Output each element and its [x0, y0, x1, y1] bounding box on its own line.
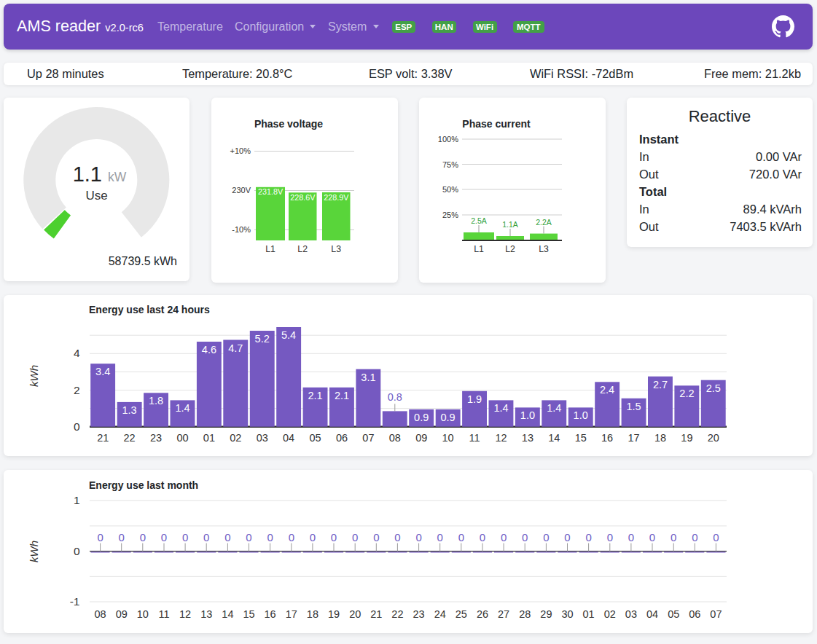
svg-text:1.5: 1.5 — [626, 401, 641, 412]
svg-text:08: 08 — [389, 432, 401, 444]
svg-text:11: 11 — [158, 608, 169, 620]
svg-text:3.4: 3.4 — [95, 366, 110, 377]
svg-text:21: 21 — [97, 432, 109, 444]
svg-text:2.7: 2.7 — [653, 379, 668, 390]
svg-text:L1: L1 — [474, 244, 484, 254]
svg-text:26: 26 — [477, 608, 488, 620]
svg-text:1.4: 1.4 — [175, 402, 189, 414]
svg-text:4: 4 — [74, 347, 80, 359]
svg-text:50%: 50% — [442, 185, 458, 194]
svg-text:230V: 230V — [232, 186, 251, 195]
svg-text:24: 24 — [434, 608, 446, 620]
svg-text:11: 11 — [469, 432, 480, 444]
svg-text:5.4: 5.4 — [281, 329, 296, 341]
svg-text:0: 0 — [585, 531, 591, 543]
svg-text:17: 17 — [628, 432, 639, 444]
svg-text:0: 0 — [74, 545, 80, 557]
svg-text:2.4: 2.4 — [600, 384, 614, 396]
svg-text:0: 0 — [671, 531, 676, 543]
svg-text:0: 0 — [119, 531, 125, 543]
svg-text:2: 2 — [74, 384, 80, 396]
svg-text:75%: 75% — [442, 160, 458, 169]
svg-text:03: 03 — [625, 608, 637, 620]
svg-text:02: 02 — [230, 432, 241, 444]
svg-text:04: 04 — [283, 432, 294, 444]
svg-text:0: 0 — [97, 531, 103, 543]
svg-text:3.1: 3.1 — [361, 372, 375, 383]
svg-text:0: 0 — [437, 531, 443, 543]
svg-text:09: 09 — [415, 432, 427, 444]
svg-text:2.1: 2.1 — [308, 390, 322, 401]
svg-text:0: 0 — [522, 531, 528, 543]
svg-text:00: 00 — [176, 432, 188, 444]
svg-text:0: 0 — [352, 531, 358, 543]
svg-text:231.8V: 231.8V — [258, 187, 284, 196]
svg-text:0: 0 — [267, 531, 273, 543]
svg-text:-1: -1 — [70, 595, 80, 608]
svg-text:0: 0 — [480, 531, 485, 543]
svg-text:07: 07 — [362, 432, 374, 444]
svg-text:25: 25 — [456, 608, 467, 620]
svg-text:0: 0 — [415, 531, 421, 543]
svg-text:1.9: 1.9 — [467, 393, 482, 405]
svg-text:18: 18 — [654, 432, 666, 444]
svg-text:19: 19 — [681, 432, 692, 444]
svg-text:228.9V: 228.9V — [324, 193, 349, 202]
svg-text:2.1: 2.1 — [335, 390, 349, 401]
svg-text:19: 19 — [328, 608, 340, 620]
svg-text:0: 0 — [289, 531, 294, 543]
svg-text:1.8: 1.8 — [149, 395, 163, 407]
svg-text:02: 02 — [604, 608, 616, 620]
svg-text:15: 15 — [575, 432, 587, 444]
svg-text:20: 20 — [349, 608, 361, 620]
svg-text:0: 0 — [458, 531, 464, 543]
svg-text:13: 13 — [200, 608, 212, 620]
svg-text:2.2A: 2.2A — [536, 218, 552, 227]
svg-text:0: 0 — [74, 420, 80, 433]
svg-text:22: 22 — [391, 608, 403, 620]
svg-text:14: 14 — [222, 608, 233, 620]
svg-text:L1: L1 — [265, 244, 275, 254]
svg-text:1.4: 1.4 — [493, 402, 508, 414]
svg-text:Phase voltage: Phase voltage — [254, 118, 323, 130]
svg-text:16: 16 — [601, 432, 613, 444]
svg-text:0: 0 — [246, 531, 251, 543]
svg-text:L2: L2 — [297, 244, 308, 254]
svg-text:1.4: 1.4 — [547, 402, 561, 414]
svg-text:28: 28 — [519, 608, 531, 620]
svg-text:15: 15 — [243, 608, 254, 620]
svg-text:23: 23 — [150, 432, 162, 444]
svg-text:5.2: 5.2 — [255, 333, 270, 345]
svg-text:1: 1 — [74, 494, 80, 506]
svg-text:05: 05 — [309, 432, 321, 444]
svg-text:0: 0 — [224, 531, 230, 543]
svg-text:Energy use last month: Energy use last month — [89, 479, 198, 491]
svg-text:100%: 100% — [438, 135, 458, 144]
svg-text:0: 0 — [140, 531, 146, 543]
svg-text:20: 20 — [708, 432, 719, 444]
svg-text:13: 13 — [522, 432, 533, 444]
svg-text:1.3: 1.3 — [122, 404, 137, 416]
svg-text:29: 29 — [540, 608, 552, 620]
svg-text:01: 01 — [583, 608, 595, 620]
svg-text:14: 14 — [548, 432, 560, 444]
svg-text:L3: L3 — [539, 244, 549, 254]
svg-text:0: 0 — [203, 531, 209, 543]
svg-text:0: 0 — [182, 531, 188, 543]
svg-text:2.5A: 2.5A — [471, 216, 487, 225]
svg-text:27: 27 — [498, 608, 509, 620]
svg-text:04: 04 — [646, 608, 658, 620]
svg-text:Energy use last 24 hours: Energy use last 24 hours — [89, 304, 210, 315]
svg-text:10: 10 — [442, 432, 454, 444]
svg-text:L2: L2 — [505, 244, 515, 254]
svg-text:kWh: kWh — [28, 541, 40, 562]
svg-text:0: 0 — [373, 531, 379, 543]
svg-text:1.0: 1.0 — [574, 409, 588, 421]
svg-text:0: 0 — [713, 531, 719, 543]
svg-text:kWh: kWh — [28, 365, 40, 387]
svg-text:L3: L3 — [331, 244, 341, 254]
svg-text:2.2: 2.2 — [679, 388, 694, 399]
svg-text:18: 18 — [307, 608, 318, 620]
svg-text:0.8: 0.8 — [388, 391, 402, 403]
svg-text:23: 23 — [413, 608, 425, 620]
